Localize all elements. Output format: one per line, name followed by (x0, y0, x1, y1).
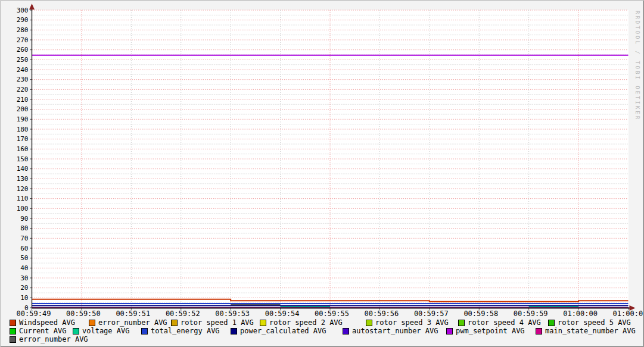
y-axis-label: 20 (20, 284, 28, 292)
x-axis-label: 00:59:54 (265, 310, 300, 318)
y-axis-label: 270 (17, 36, 29, 44)
y-axis-label: 290 (17, 16, 29, 24)
x-axis-labels: 00:59:4900:59:5000:59:5100:59:5200:59:53… (17, 310, 644, 318)
y-axis-label: 40 (20, 264, 28, 272)
y-axis-label: 50 (20, 254, 28, 262)
y-axis-label: 300 (17, 7, 29, 14)
y-axis-label: 130 (17, 175, 29, 183)
y-axis-label: 170 (17, 135, 29, 143)
x-axis-label: 00:59:52 (166, 310, 200, 318)
y-axis-label: 250 (17, 56, 29, 64)
chart-plot: 0102030405060708090100110120130140150160… (1, 1, 644, 347)
x-axis-label: 00:59:58 (463, 310, 498, 318)
y-axis-label: 70 (20, 235, 28, 242)
x-axis-label: 00:59:53 (215, 310, 250, 318)
y-axis-label: 180 (17, 126, 29, 133)
y-axis-label: 30 (20, 274, 28, 282)
y-axis-label: 260 (17, 46, 29, 54)
y-axis-label: 240 (17, 66, 29, 74)
x-axis-label: 00:59:59 (514, 310, 548, 318)
x-axis-label: 00:59:49 (17, 310, 51, 318)
y-axis-label: 160 (17, 145, 29, 153)
y-axis-label: 140 (17, 165, 29, 173)
rrdtool-graph: 0102030405060708090100110120130140150160… (0, 0, 644, 347)
y-axis-label: 200 (17, 105, 29, 113)
y-axis-label: 210 (17, 96, 29, 104)
y-axis-label: 10 (20, 294, 28, 302)
x-axis-label: 00:59:50 (66, 310, 101, 318)
rrdtool-watermark: RRDTOOL / TOBI OETIKER (634, 11, 640, 121)
y-axis-label: 110 (17, 195, 29, 202)
x-axis-label: 00:59:56 (365, 310, 399, 318)
y-axis-label: 280 (17, 26, 29, 34)
x-axis-label: 01:00:00 (563, 310, 598, 318)
y-axis-label: 120 (17, 185, 29, 193)
y-axis-label: 190 (17, 115, 29, 123)
y-axis-label: 90 (20, 215, 28, 223)
y-axis-label: 150 (17, 155, 29, 163)
y-axis-arrow (29, 4, 35, 10)
y-axis-label: 100 (17, 205, 29, 212)
y-axis-label: 220 (17, 86, 29, 93)
y-axis-labels: 0102030405060708090100110120130140150160… (17, 7, 29, 312)
y-axis-label: 60 (20, 245, 28, 252)
y-axis-label: 230 (17, 76, 29, 83)
y-axis-label: 80 (20, 224, 28, 232)
x-axis-label: 00:59:57 (414, 310, 449, 318)
x-axis-label: 00:59:55 (315, 310, 349, 318)
x-axis-label: 01:00:01 (613, 310, 644, 318)
x-axis-label: 00:59:51 (116, 310, 150, 318)
